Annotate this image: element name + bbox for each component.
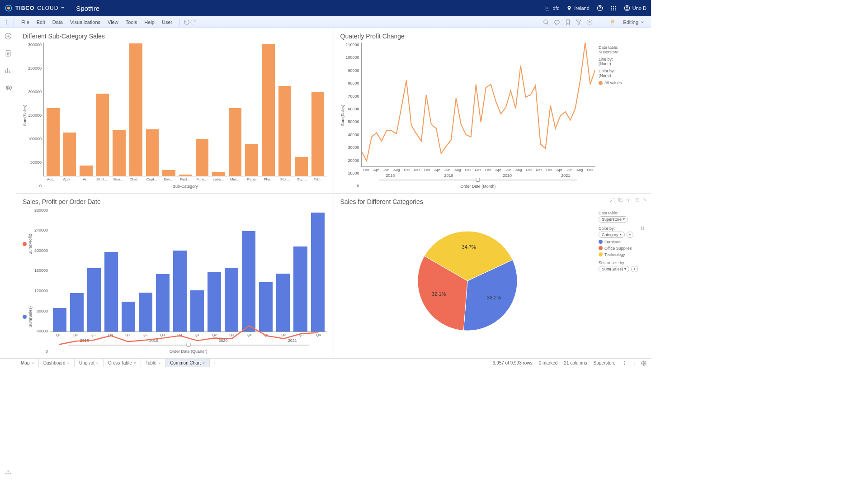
apps-icon[interactable] (610, 5, 617, 11)
color-by-selector[interactable]: Category ▾ (599, 232, 625, 238)
x-axis-title: Order Date (Month) (361, 184, 595, 189)
bar[interactable] (139, 293, 152, 332)
copy-icon[interactable] (618, 197, 623, 203)
bar[interactable] (129, 43, 142, 176)
menu-data[interactable]: Data (49, 19, 66, 25)
menu-edit[interactable]: Edit (33, 19, 49, 25)
search-icon[interactable] (543, 19, 549, 25)
menu-help[interactable]: Help (141, 19, 158, 25)
bar[interactable] (242, 231, 255, 332)
time-slider[interactable] (379, 180, 577, 180)
tab-dashboard[interactable]: Dashboard× (39, 359, 75, 367)
y-axis: 300000250000200000150000100000500000 (28, 43, 43, 189)
bar[interactable] (190, 290, 204, 332)
tab-close-icon[interactable]: × (67, 361, 70, 365)
chart-icon[interactable] (5, 67, 12, 74)
bar[interactable] (146, 129, 159, 176)
org-selector[interactable]: dfc (545, 5, 559, 11)
tab-close-icon[interactable]: × (134, 361, 136, 365)
redo-icon[interactable] (190, 19, 196, 25)
gear-icon[interactable] (626, 197, 631, 203)
svg-point-19 (626, 7, 628, 9)
bar[interactable] (259, 282, 273, 332)
bar[interactable] (262, 44, 275, 176)
more-icon[interactable] (622, 360, 627, 366)
menu-visualizations[interactable]: Visualizations (66, 19, 104, 25)
svg-text:34.7%: 34.7% (462, 244, 476, 249)
bar[interactable] (278, 86, 292, 176)
svg-point-1 (7, 7, 10, 9)
panel-subcategory-sales: Different Sub-Category Sales Sum(Sales) … (16, 28, 334, 193)
bar[interactable] (80, 166, 93, 175)
time-slider[interactable] (68, 345, 309, 346)
bar[interactable] (70, 293, 84, 332)
region-selector[interactable]: Ireland (566, 5, 590, 11)
bar[interactable] (196, 139, 209, 175)
bar[interactable] (293, 246, 307, 332)
menu-view[interactable]: View (104, 19, 122, 25)
help-icon[interactable] (597, 5, 603, 11)
y-axis-label-sales: Sum(Sales) (28, 306, 33, 327)
add-icon[interactable] (5, 33, 12, 40)
tab-close-icon[interactable]: × (203, 361, 205, 365)
bar[interactable] (156, 274, 170, 332)
bar[interactable] (113, 130, 126, 176)
more-vertical-icon[interactable] (4, 19, 10, 25)
svg-point-37 (624, 361, 625, 362)
bar[interactable] (63, 133, 76, 175)
expand-icon[interactable] (609, 197, 615, 203)
tab-map[interactable]: Map× (16, 359, 39, 367)
close-icon[interactable] (642, 197, 647, 203)
tab-cross-table[interactable]: Cross Table× (104, 359, 141, 367)
bar[interactable] (245, 144, 258, 176)
sort-icon[interactable] (640, 226, 645, 231)
document-icon[interactable] (5, 50, 12, 57)
menu-user[interactable]: User (158, 19, 176, 25)
svg-point-22 (6, 23, 7, 24)
list-icon[interactable] (634, 197, 639, 203)
bar[interactable] (311, 213, 325, 332)
mode-selector[interactable]: Editing (620, 19, 647, 26)
data-table-selector[interactable]: Superstore ▾ (599, 216, 628, 223)
bar[interactable] (162, 170, 175, 175)
bar[interactable] (225, 268, 238, 332)
tab-common-chart[interactable]: Common Chart× (165, 359, 210, 367)
user-menu[interactable]: Uno D (624, 5, 646, 11)
bar[interactable] (212, 172, 225, 176)
settings-icon[interactable] (586, 19, 593, 25)
undo-icon[interactable] (184, 19, 190, 25)
bar[interactable] (53, 308, 66, 332)
bar[interactable] (276, 274, 290, 332)
bar[interactable] (104, 252, 118, 332)
bookmark-icon[interactable] (565, 19, 571, 25)
bar[interactable] (179, 175, 192, 176)
tab-unpivot[interactable]: Unpivot× (75, 359, 104, 367)
bar[interactable] (47, 108, 60, 175)
bar[interactable] (311, 92, 325, 176)
menu-file[interactable]: File (18, 19, 33, 25)
globe-icon[interactable] (641, 360, 646, 366)
bar[interactable] (295, 157, 308, 175)
chart-title: Sales for Different Categories (340, 198, 645, 205)
bar[interactable] (229, 108, 242, 175)
bar[interactable] (96, 94, 109, 175)
tab-close-icon[interactable]: × (158, 361, 160, 365)
tab-table[interactable]: Table× (141, 359, 165, 367)
bar[interactable] (173, 251, 187, 332)
tab-close-icon[interactable]: × (31, 361, 33, 365)
bar[interactable] (87, 268, 101, 332)
legend-all-values: All values (599, 81, 645, 85)
add-sector-button[interactable]: + (631, 266, 638, 272)
filter-icon[interactable] (576, 19, 582, 25)
bar[interactable] (122, 302, 135, 332)
tab-close-icon[interactable]: × (96, 361, 99, 365)
svg-point-9 (611, 6, 612, 7)
function-icon[interactable]: f(x) (5, 84, 12, 91)
bar[interactable] (208, 272, 221, 332)
sector-size-selector[interactable]: Sum(Sales) ▾ (599, 266, 629, 272)
comment-icon[interactable] (554, 19, 560, 25)
add-tab-button[interactable]: + (210, 359, 220, 367)
menu-tools[interactable]: Tools (122, 19, 141, 25)
bell-icon[interactable] (609, 19, 616, 25)
add-color-button[interactable]: + (627, 232, 633, 238)
